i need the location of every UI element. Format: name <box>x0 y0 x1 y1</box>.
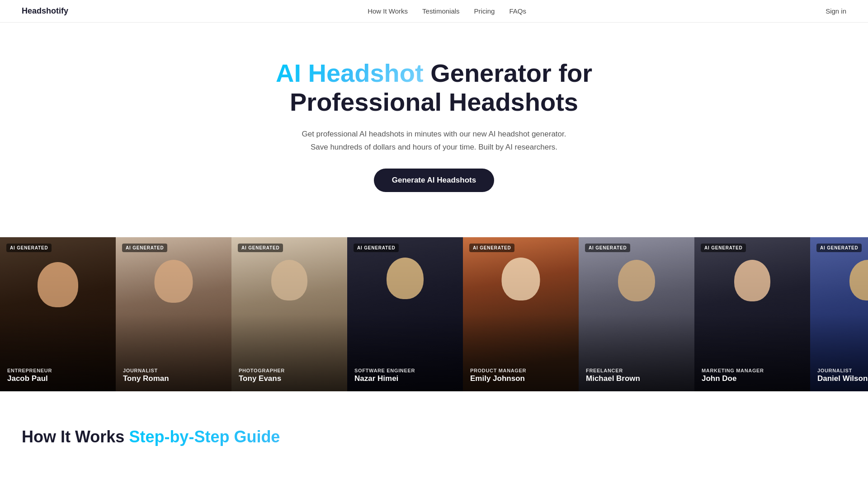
hero-title: AI Headshot Generator for Professional H… <box>9 59 859 117</box>
how-it-works-label-colored: Step-by-Step Guide <box>129 427 280 446</box>
brand-logo[interactable]: Headshotify <box>22 6 68 16</box>
card-info: PHOTOGRAPHERTony Evans <box>239 368 340 383</box>
card-item[interactable]: AI GENERATEDJOURNALISTTony Roman <box>116 237 231 391</box>
hero-section: AI Headshot Generator for Professional H… <box>0 23 868 219</box>
card-item[interactable]: AI GENERATEDJOURNALISTDaniel Wilson <box>810 237 868 391</box>
how-it-works-label-black: How It Works <box>22 427 124 446</box>
card-item[interactable]: AI GENERATEDPRODUCT MANAGEREmily Johnson <box>463 237 579 391</box>
card-name: Emily Johnson <box>470 374 571 383</box>
card-role: ENTREPRENEUR <box>7 368 108 373</box>
how-it-works-title: How It Works Step-by-Step Guide <box>22 427 846 446</box>
nav-links: How It WorksTestimonialsPricingFAQs <box>368 7 526 15</box>
card-name: Nazar Himei <box>354 374 456 383</box>
hero-title-dark1: Generator for <box>424 59 592 87</box>
card-item[interactable]: AI GENERATEDPHOTOGRAPHERTony Evans <box>231 237 347 391</box>
hero-title-highlight: AI Headshot <box>276 59 424 87</box>
card-name: Jacob Paul <box>7 374 108 383</box>
card-role: PHOTOGRAPHER <box>239 368 340 373</box>
hero-subtitle-line2: Save hundreds of dollars and hours of yo… <box>311 143 557 151</box>
nav-link-pricing[interactable]: Pricing <box>474 7 495 15</box>
card-item[interactable]: AI GENERATEDMARKETING MANAGERJohn Doe <box>694 237 810 391</box>
card-role: JOURNALIST <box>817 368 868 373</box>
card-role: JOURNALIST <box>123 368 224 373</box>
navigation: Headshotify How It WorksTestimonialsPric… <box>0 0 868 23</box>
card-badge: AI GENERATED <box>701 244 746 252</box>
card-info: MARKETING MANAGERJohn Doe <box>702 368 803 383</box>
nav-link-faqs[interactable]: FAQs <box>509 7 526 15</box>
card-name: Tony Evans <box>239 374 340 383</box>
cards-strip: AI GENERATEDENTREPRENEURJacob PaulAI GEN… <box>0 237 868 391</box>
generate-headshots-button[interactable]: Generate AI Headshots <box>374 169 494 192</box>
card-info: SOFTWARE ENGINEERNazar Himei <box>354 368 456 383</box>
card-info: FREELANCERMichael Brown <box>586 368 687 383</box>
card-item[interactable]: AI GENERATEDENTREPRENEURJacob Paul <box>0 237 116 391</box>
hero-title-dark2: Professional Headshots <box>290 88 578 116</box>
card-info: JOURNALISTDaniel Wilson <box>817 368 868 383</box>
card-badge: AI GENERATED <box>469 244 514 252</box>
card-name: John Doe <box>702 374 803 383</box>
card-role: SOFTWARE ENGINEER <box>354 368 456 373</box>
card-info: JOURNALISTTony Roman <box>123 368 224 383</box>
nav-link-testimonials[interactable]: Testimonials <box>422 7 460 15</box>
card-badge: AI GENERATED <box>354 244 399 252</box>
card-role: FREELANCER <box>586 368 687 373</box>
card-badge: AI GENERATED <box>238 244 283 252</box>
hero-subtitle: Get professional AI headshots in minutes… <box>9 128 859 154</box>
card-badge: AI GENERATED <box>585 244 630 252</box>
card-name: Tony Roman <box>123 374 224 383</box>
card-badge: AI GENERATED <box>122 244 167 252</box>
card-badge: AI GENERATED <box>816 244 862 252</box>
how-it-works-section: How It Works Step-by-Step Guide <box>0 391 868 465</box>
hero-subtitle-line1: Get professional AI headshots in minutes… <box>302 130 566 138</box>
card-info: ENTREPRENEURJacob Paul <box>7 368 108 383</box>
signin-button[interactable]: Sign in <box>826 7 846 15</box>
card-role: MARKETING MANAGER <box>702 368 803 373</box>
card-role: PRODUCT MANAGER <box>470 368 571 373</box>
card-name: Daniel Wilson <box>817 374 868 383</box>
card-name: Michael Brown <box>586 374 687 383</box>
nav-link-how-it-works[interactable]: How It Works <box>368 7 408 15</box>
card-info: PRODUCT MANAGEREmily Johnson <box>470 368 571 383</box>
card-item[interactable]: AI GENERATEDFREELANCERMichael Brown <box>579 237 694 391</box>
card-item[interactable]: AI GENERATEDSOFTWARE ENGINEERNazar Himei <box>347 237 463 391</box>
card-badge: AI GENERATED <box>6 244 52 252</box>
